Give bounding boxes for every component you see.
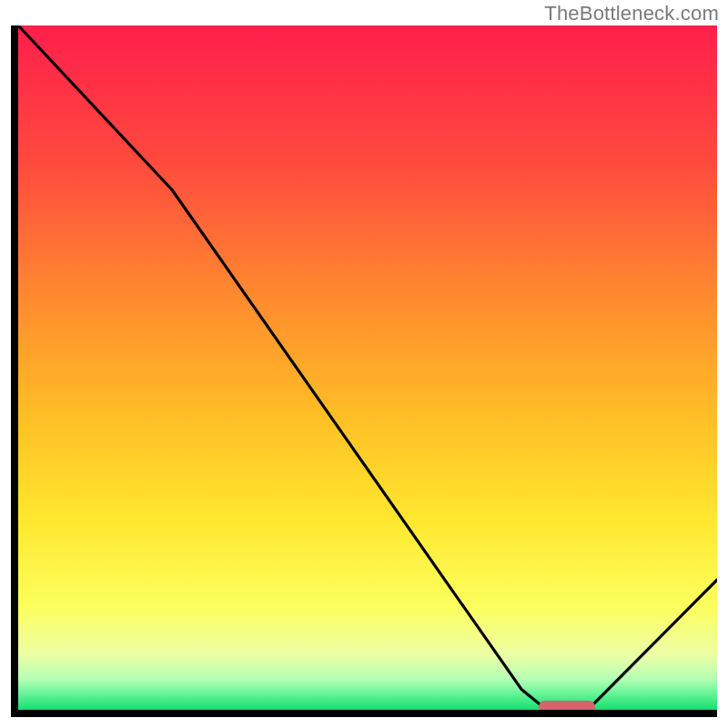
plot-inner xyxy=(18,25,717,710)
x-axis xyxy=(11,710,717,717)
attribution-text: TheBottleneck.com xyxy=(544,2,719,25)
optimal-range-marker xyxy=(539,701,595,710)
y-axis xyxy=(11,25,18,717)
bottleneck-curve xyxy=(18,25,717,710)
plot-area xyxy=(11,25,717,717)
